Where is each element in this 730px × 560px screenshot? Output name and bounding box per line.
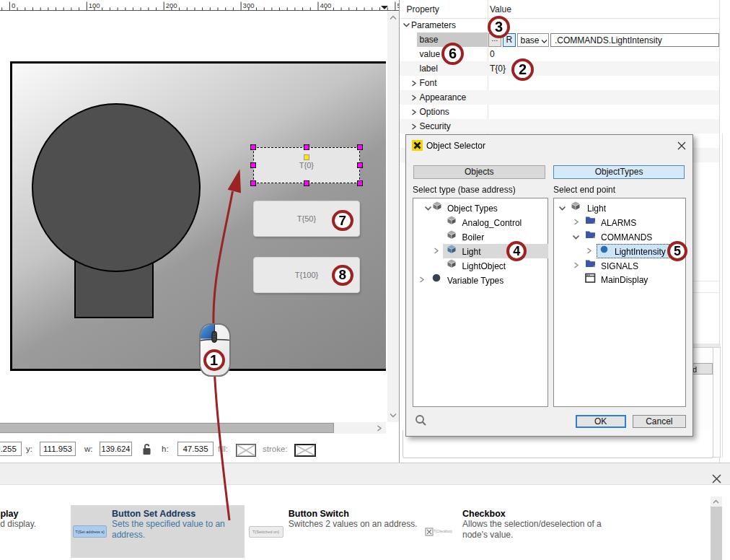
svg-text:0: 0: [12, 1, 15, 9]
